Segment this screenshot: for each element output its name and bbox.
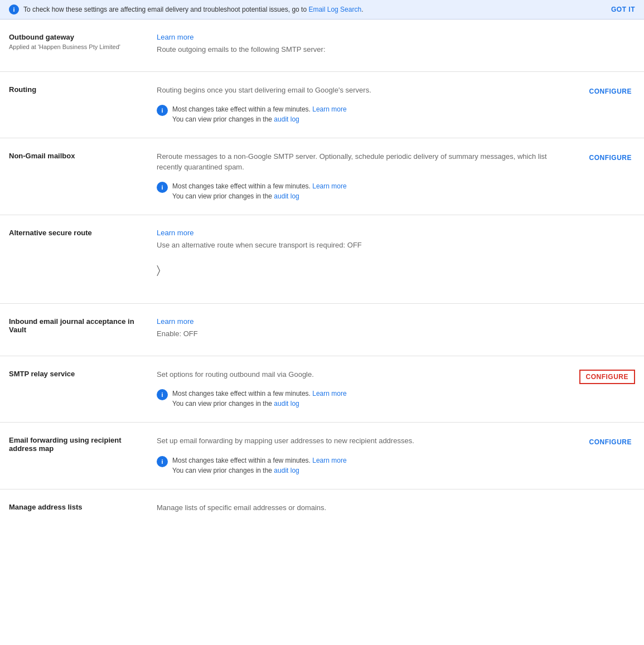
routing-info-icon: i [157, 105, 168, 116]
smtp-relay-title: SMTP relay service [9, 370, 148, 378]
non-gmail-label: Non-Gmail mailbox [9, 152, 157, 201]
email-forwarding-info-icon: i [157, 456, 168, 467]
got-it-button[interactable]: GOT IT [611, 6, 635, 13]
routing-audit-log[interactable]: audit log [274, 115, 299, 123]
email-forwarding-section: Email forwarding using recipient address… [0, 423, 644, 489]
email-forwarding-label: Email forwarding using recipient address… [9, 436, 157, 475]
cursor-pointer-icon: 〉 [157, 264, 568, 277]
routing-description: Routing begins once you start delivering… [157, 85, 568, 95]
routing-section: Routing Routing begins once you start de… [0, 72, 644, 138]
routing-title: Routing [9, 85, 148, 94]
manage-address-title: Manage address lists [9, 503, 148, 511]
non-gmail-configure-button[interactable]: CONFIGURE [586, 152, 636, 164]
non-gmail-section: Non-Gmail mailbox Reroute messages to a … [0, 138, 644, 215]
email-forwarding-info-text: Most changes take effect within a few mi… [172, 455, 347, 476]
routing-configure-button[interactable]: CONFIGURE [586, 85, 636, 98]
outbound-gateway-section: Outbound gateway Applied at 'Happen Busi… [0, 20, 644, 72]
email-forwarding-configure-button[interactable]: CONFIGURE [586, 436, 636, 448]
alt-secure-title: Alternative secure route [9, 229, 148, 237]
outbound-gateway-subtitle: Applied at 'Happen Business Pty Limited' [9, 43, 148, 50]
routing-label: Routing [9, 85, 157, 124]
banner-text: To check how these settings are affectin… [23, 6, 363, 13]
inbound-journal-title: Inbound email journal acceptance in Vaul… [9, 317, 148, 334]
routing-learn-more[interactable]: Learn more [312, 105, 346, 113]
email-forwarding-title: Email forwarding using recipient address… [9, 436, 148, 453]
smtp-relay-audit-log[interactable]: audit log [274, 400, 299, 408]
inbound-journal-description: Enable: OFF [157, 329, 568, 339]
manage-address-content: Manage lists of specific email addresses… [157, 503, 635, 516]
non-gmail-description: Reroute messages to a non-Google SMTP se… [157, 152, 568, 172]
non-gmail-title: Non-Gmail mailbox [9, 152, 148, 160]
email-forwarding-info-note: i Most changes take effect within a few … [157, 455, 568, 476]
inbound-journal-learn-more[interactable]: Learn more [157, 317, 193, 326]
info-icon: i [9, 4, 19, 14]
non-gmail-audit-log[interactable]: audit log [274, 192, 299, 200]
non-gmail-info-note: i Most changes take effect within a few … [157, 181, 568, 201]
outbound-gateway-label: Outbound gateway Applied at 'Happen Busi… [9, 33, 157, 58]
smtp-relay-info-note: i Most changes take effect within a few … [157, 389, 568, 409]
non-gmail-learn-more[interactable]: Learn more [312, 182, 346, 190]
inbound-journal-label: Inbound email journal acceptance in Vaul… [9, 317, 157, 342]
routing-info-text: Most changes take effect within a few mi… [172, 104, 347, 124]
outbound-gateway-title: Outbound gateway [9, 33, 148, 41]
alt-secure-description: Use an alternative route when secure tra… [157, 240, 568, 250]
alt-secure-section: Alternative secure route Learn more Use … [0, 215, 644, 304]
routing-info-note: i Most changes take effect within a few … [157, 104, 568, 124]
outbound-gateway-content: Learn more Route outgoing emails to the … [157, 33, 635, 58]
smtp-relay-configure-button[interactable]: CONFIGURE [579, 370, 636, 384]
banner-content: i To check how these settings are affect… [9, 4, 363, 14]
outbound-gateway-learn-more[interactable]: Learn more [157, 33, 193, 41]
alt-secure-label: Alternative secure route [9, 229, 157, 277]
alt-secure-content: Learn more Use an alternative route when… [157, 229, 635, 277]
non-gmail-info-text: Most changes take effect within a few mi… [172, 181, 347, 201]
smtp-relay-info-text: Most changes take effect within a few mi… [172, 389, 347, 409]
inbound-journal-content: Learn more Enable: OFF [157, 317, 635, 342]
smtp-relay-label: SMTP relay service [9, 370, 157, 409]
smtp-relay-content: Set options for routing outbound mail vi… [157, 370, 635, 409]
alt-secure-learn-more[interactable]: Learn more [157, 229, 193, 237]
non-gmail-info-icon: i [157, 182, 168, 193]
manage-address-description: Manage lists of specific email addresses… [157, 503, 568, 513]
email-forwarding-audit-log[interactable]: audit log [274, 467, 299, 474]
smtp-relay-description: Set options for routing outbound mail vi… [157, 370, 568, 380]
email-forwarding-content: Set up email forwarding by mapping user … [157, 436, 635, 475]
info-banner: i To check how these settings are affect… [0, 0, 644, 20]
smtp-relay-info-icon: i [157, 389, 168, 400]
non-gmail-content: Reroute messages to a non-Google SMTP se… [157, 152, 635, 201]
email-forwarding-learn-more[interactable]: Learn more [312, 457, 346, 464]
email-log-search-link[interactable]: Email Log Search [308, 6, 361, 13]
manage-address-label: Manage address lists [9, 503, 157, 516]
manage-address-section: Manage address lists Manage lists of spe… [0, 489, 644, 530]
smtp-relay-learn-more[interactable]: Learn more [312, 390, 346, 397]
email-forwarding-description: Set up email forwarding by mapping user … [157, 436, 568, 446]
outbound-gateway-description: Route outgoing emails to the following S… [157, 45, 568, 55]
routing-content: Routing begins once you start delivering… [157, 85, 635, 124]
smtp-relay-section: SMTP relay service Set options for routi… [0, 356, 644, 423]
inbound-journal-section: Inbound email journal acceptance in Vaul… [0, 304, 644, 356]
